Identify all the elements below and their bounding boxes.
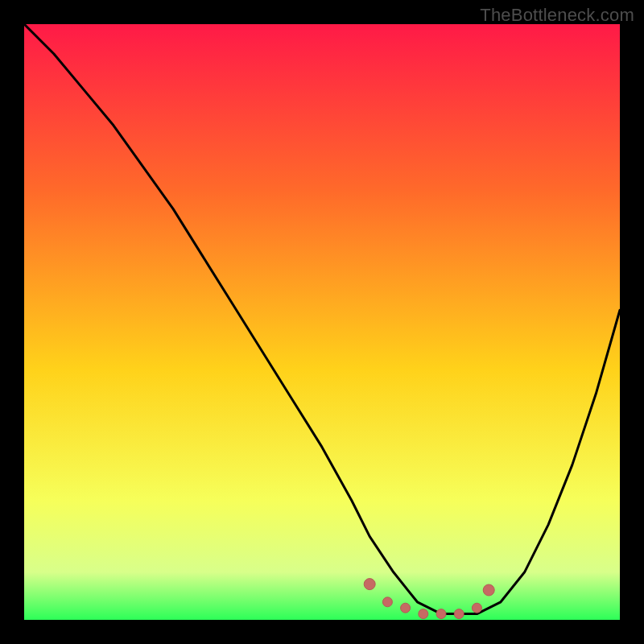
marker-dot (401, 603, 411, 613)
marker-dot (483, 584, 494, 596)
marker-dot (382, 597, 392, 607)
marker-dot (364, 579, 375, 590)
marker-dot (436, 609, 446, 619)
watermark-text: TheBottleneck.com (480, 5, 634, 26)
chart-frame: TheBottleneck.com (0, 0, 644, 644)
bottleneck-chart (24, 24, 620, 620)
marker-dot (419, 609, 428, 619)
marker-dot (472, 603, 481, 613)
gradient-background (24, 24, 620, 620)
marker-dot (454, 609, 464, 619)
